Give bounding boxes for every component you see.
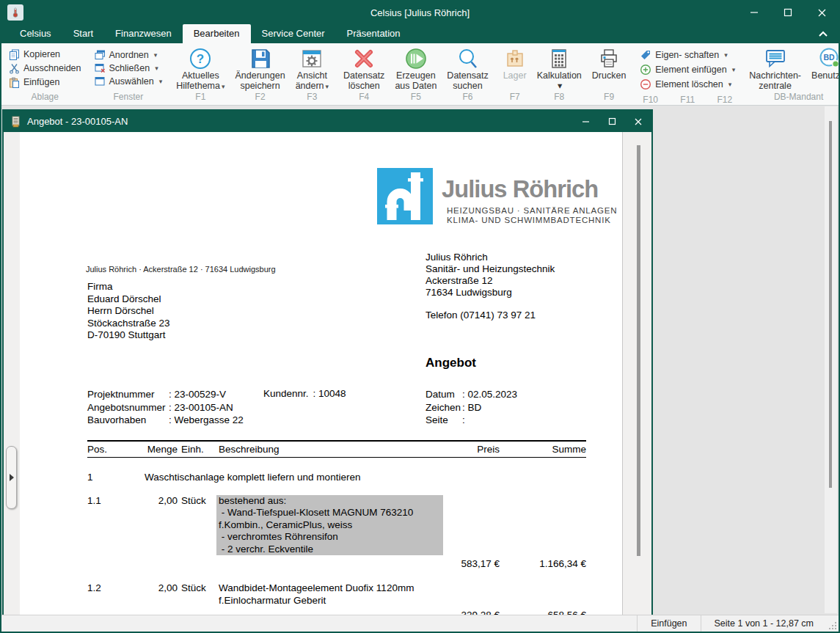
calculation-button[interactable]: Kalkulation ▾: [532, 45, 587, 92]
row-description: Wandbidet-Montageelement Duofix 1120mm f…: [219, 582, 448, 607]
close-window-label: Schließen: [109, 63, 150, 73]
tag-icon: [640, 49, 651, 61]
save-changes-button[interactable]: Änderungen speichern: [230, 45, 291, 92]
group-fenster: Anordnen▾ Schließen▾ Auswählen▾ Fenster: [90, 45, 167, 105]
group-label-db-mandant: DB-Mandant: [744, 92, 840, 105]
recipient-line: Herrn Dörschel: [87, 305, 170, 318]
page-info-indicator[interactable]: Seite 1 von 1 - 12,87 cm: [701, 615, 828, 632]
tab-start[interactable]: Start: [62, 24, 104, 43]
plus-circle-icon: [640, 64, 651, 76]
change-view-button[interactable]: Ansicht ändern▾: [291, 45, 334, 92]
status-bar: Einfügen Seite 1 von 1 - 12,87 cm: [1, 615, 839, 632]
cascade-windows-icon: [95, 50, 106, 60]
delete-x-icon: [352, 47, 376, 70]
company-address-line: Ackerstraße 12: [426, 275, 555, 287]
col-beschreibung: Beschreibung: [219, 444, 280, 455]
generate-from-data-button[interactable]: Erzeugen aus Daten: [390, 45, 442, 92]
document-title-bar: Angebot - 23-00105-AN: [4, 111, 651, 132]
generate-from-data-column: Erzeugen aus Daten F5: [390, 45, 442, 105]
doc-minimize-button[interactable]: [572, 111, 599, 132]
maximize-button[interactable]: [771, 1, 805, 23]
select-window-label: Auswählen: [109, 76, 154, 87]
properties-label: Eigen- schaften: [655, 50, 719, 60]
print-button[interactable]: Drucken: [587, 45, 632, 92]
app-icon: [7, 4, 23, 21]
help-topic-button[interactable]: ? Aktuelles Hilfethema▾: [171, 45, 230, 92]
minimize-button[interactable]: [737, 1, 771, 23]
recipient-line: D-70190 Stuttgart: [87, 329, 170, 342]
copy-label: Kopieren: [23, 49, 60, 59]
table-header: Pos. Menge Einh. Beschreibung Preis Summ…: [87, 440, 586, 458]
tab-service-center[interactable]: Service Center: [251, 24, 336, 43]
table-row[interactable]: 1Waschtischanlage komplett liefern und m…: [87, 472, 586, 484]
arrange-label: Anordnen: [109, 50, 149, 60]
doc-close-button[interactable]: [625, 111, 651, 132]
fkey-label: F10: [643, 95, 658, 105]
paste-icon: [9, 77, 20, 88]
search-record-button[interactable]: Datensatz suchen: [442, 45, 493, 92]
document-heading: Angebot: [426, 356, 476, 370]
fkey-label: F5: [411, 92, 421, 105]
workspace-scrollbar[interactable]: [825, 106, 837, 613]
message-center-button[interactable]: Nachrichten- zentrale: [744, 45, 806, 92]
paste-button[interactable]: Einfügen: [9, 77, 81, 88]
tab-praesentation[interactable]: Präsentation: [336, 24, 412, 43]
minus-circle-icon: [640, 78, 651, 90]
workspace-scrollbar-thumb[interactable]: [829, 121, 832, 488]
cut-label: Ausschneiden: [23, 63, 81, 73]
meta-row: Zeichen: BD: [426, 401, 517, 414]
document-scrollbar-thumb[interactable]: [637, 145, 640, 556]
row-description-selected[interactable]: bestehend aus: - Wand-Tiefspuel-Klosett …: [216, 495, 443, 556]
warehouse-button[interactable]: Lager: [498, 45, 532, 92]
thermometer-icon: [10, 7, 21, 18]
cut-button[interactable]: Ausschneiden: [9, 63, 81, 74]
table-row[interactable]: 1.12,00Stückbestehend aus: - Wand-Tiefsp…: [87, 495, 586, 556]
dropdown-caret: ▾: [558, 81, 562, 91]
company-address-line: 71634 Ludwigsburg: [426, 287, 555, 299]
col-summe: Summe: [552, 444, 586, 455]
insert-element-label: Element einfügen: [655, 65, 726, 75]
col-menge: Menge: [145, 444, 178, 455]
ribbon: Kopieren Ausschneiden Einfügen Ablage An…: [1, 43, 839, 106]
meta-row-label: Seite: [426, 414, 462, 427]
delete-record-button[interactable]: Datensatz löschen: [338, 45, 390, 92]
copy-icon: [9, 49, 20, 60]
tab-bearbeiten[interactable]: Bearbeiten: [183, 24, 251, 43]
fkey-label: F8: [554, 92, 564, 105]
tab-finanzwesen[interactable]: Finanzwesen: [104, 24, 183, 43]
document-window: Angebot - 23-00105-AN: [2, 109, 653, 633]
row-menge: 2,00: [145, 495, 178, 556]
col-einh: Einh.: [181, 444, 212, 455]
print-column: Drucken F9: [587, 45, 632, 105]
sender-line: Julius Röhrich · Ackerstraße 12 · 71634 …: [86, 265, 276, 274]
copy-button[interactable]: Kopieren: [9, 49, 81, 60]
recipient-line: Firma: [87, 281, 170, 293]
dropdown-caret: ▾: [728, 81, 732, 88]
properties-button[interactable]: Eigen- schaften▾: [640, 49, 735, 61]
user-button[interactable]: BD Benutzer: [806, 45, 840, 92]
tab-celsius[interactable]: Celsius: [9, 24, 62, 43]
search-icon: [456, 47, 480, 70]
close-button[interactable]: [805, 1, 839, 23]
select-window-button[interactable]: Auswählen▾: [95, 76, 163, 87]
arrange-windows-button[interactable]: Anordnen▾: [95, 50, 163, 60]
insert-element-button[interactable]: Element einfügen▾: [640, 64, 735, 76]
fkey-label: F12: [717, 95, 732, 105]
collapse-ribbon-button[interactable]: [818, 27, 828, 40]
company-phone: Telefon (07141) 73 97 21: [426, 310, 536, 321]
fkey-label: F4: [359, 92, 369, 105]
row-einh: Stück: [181, 495, 212, 556]
resize-grip[interactable]: [827, 615, 839, 632]
panel-flyout-handle[interactable]: [6, 446, 17, 509]
doc-maximize-button[interactable]: [599, 111, 625, 132]
row-menge: 2,00: [145, 582, 178, 607]
delete-element-button[interactable]: Element löschen▾: [640, 78, 735, 90]
company-tagline-1: HEIZUNGSBAU · SANITÄRE ANLAGEN: [447, 206, 617, 215]
insert-mode-indicator[interactable]: Einfügen: [637, 615, 700, 632]
close-window-button[interactable]: Schließen▾: [95, 63, 163, 73]
message-bubble-icon: [763, 47, 788, 70]
help-topic-column: ? Aktuelles Hilfethema▾ F1: [171, 45, 230, 105]
table-row[interactable]: 1.22,00StückWandbidet-Montageelement Duo…: [87, 582, 586, 607]
group-label-fenster: Fenster: [90, 92, 167, 105]
row-preis: 583,17 €: [461, 558, 500, 571]
